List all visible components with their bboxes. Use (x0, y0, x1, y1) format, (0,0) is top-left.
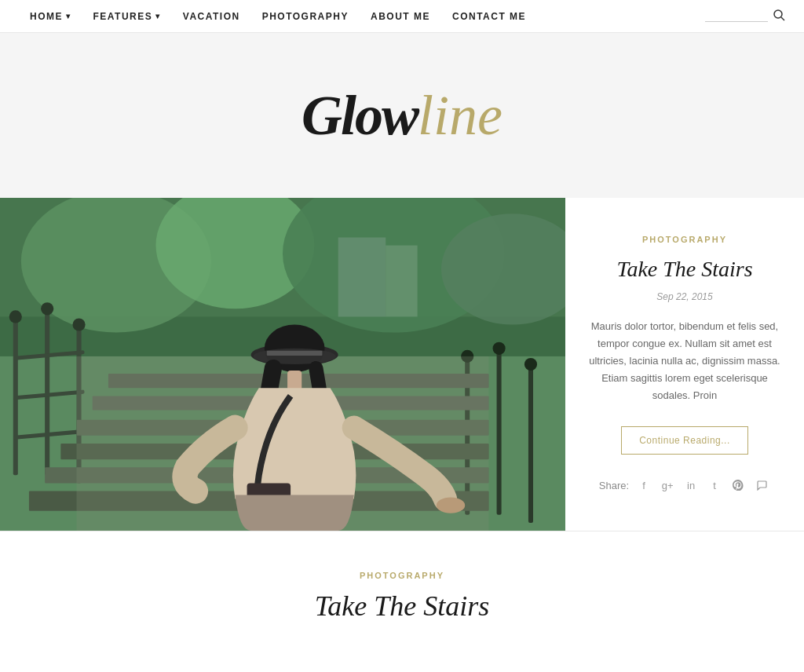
comment-icon[interactable] (753, 477, 770, 494)
svg-line-1 (781, 17, 784, 20)
nav-item-vacation[interactable]: VACATION (172, 0, 251, 33)
nav-item-about[interactable]: ABOUT ME (360, 0, 441, 33)
googleplus-icon[interactable]: g+ (659, 477, 676, 494)
site-logo: Glowline (302, 87, 502, 144)
nav-item-home[interactable]: HOME ▾ (19, 0, 82, 33)
featured-post: PHOTOGRAPHY Take The Stairs Sep 22, 2015… (0, 198, 804, 531)
svg-point-14 (9, 310, 22, 323)
svg-point-24 (493, 342, 506, 355)
nav-about-label: ABOUT ME (371, 11, 430, 22)
nav-home-chevron: ▾ (66, 12, 71, 20)
post-title: Take The Stairs (616, 257, 752, 282)
linkedin-icon[interactable]: in (682, 477, 700, 494)
featured-post-image (0, 198, 565, 531)
second-post-title: Take The Stairs (31, 590, 773, 623)
nav-item-features[interactable]: FEATURES ▾ (82, 0, 172, 33)
svg-point-35 (254, 349, 336, 364)
nav-contact-label: CONTACT ME (452, 11, 526, 22)
main-content: PHOTOGRAPHY Take The Stairs Sep 22, 2015… (0, 198, 804, 656)
svg-rect-36 (267, 351, 323, 356)
logo-part2: line (418, 84, 502, 147)
share-row: Share: f g+ in t (599, 477, 770, 494)
svg-point-15 (41, 302, 53, 315)
logo-part1: Glow (302, 84, 418, 147)
post-excerpt: Mauris dolor tortor, bibendum et felis s… (589, 318, 780, 404)
nav-features-chevron: ▾ (155, 12, 161, 20)
post-category: PHOTOGRAPHY (642, 235, 727, 244)
share-label: Share: (599, 480, 629, 491)
pinterest-icon[interactable] (729, 477, 747, 494)
search-form (705, 9, 785, 24)
second-post-preview: PHOTOGRAPHY Take The Stairs (0, 531, 804, 656)
continue-reading-button[interactable]: Continue Reading... (621, 426, 748, 455)
svg-point-0 (774, 10, 782, 18)
svg-point-25 (524, 358, 537, 371)
svg-rect-37 (287, 371, 302, 390)
nav-home-label: HOME (30, 11, 63, 22)
svg-point-16 (72, 318, 85, 331)
svg-rect-9 (338, 237, 386, 316)
nav-features-label: FEATURES (93, 11, 153, 22)
main-nav: HOME ▾ FEATURES ▾ VACATION PHOTOGRAPHY A… (0, 0, 804, 33)
nav-item-contact[interactable]: CONTACT ME (441, 0, 537, 33)
svg-rect-21 (497, 349, 502, 515)
search-input[interactable] (705, 10, 768, 22)
svg-point-38 (437, 498, 465, 513)
nav-vacation-label: VACATION (183, 11, 240, 22)
post-sidebar: PHOTOGRAPHY Take The Stairs Sep 22, 2015… (565, 198, 804, 531)
svg-rect-22 (528, 364, 533, 523)
svg-rect-10 (386, 246, 417, 317)
nav-list: HOME ▾ FEATURES ▾ VACATION PHOTOGRAPHY A… (19, 0, 537, 33)
nav-photography-label: PHOTOGRAPHY (262, 11, 349, 22)
nav-item-photography[interactable]: PHOTOGRAPHY (251, 0, 360, 33)
twitter-icon[interactable]: t (706, 477, 723, 494)
svg-rect-12 (45, 309, 49, 475)
facebook-icon[interactable]: f (635, 477, 652, 494)
search-icon[interactable] (773, 9, 785, 24)
site-header: Glowline (0, 33, 804, 198)
post-date: Sep 22, 2015 (656, 291, 712, 302)
second-post-category: PHOTOGRAPHY (31, 571, 773, 580)
